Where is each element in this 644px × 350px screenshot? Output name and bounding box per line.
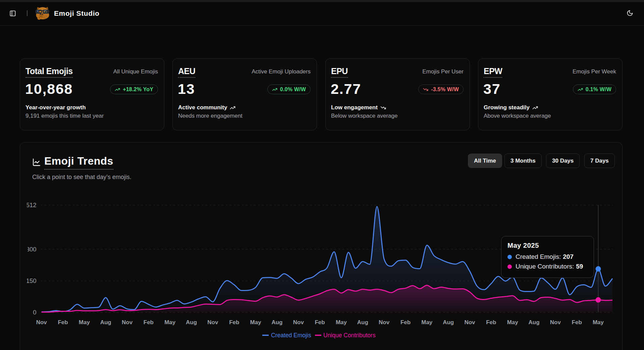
- svg-text:Aug: Aug: [271, 319, 282, 326]
- svg-text:Aug: Aug: [443, 319, 454, 326]
- svg-text:Feb: Feb: [58, 319, 68, 326]
- svg-text:150: 150: [27, 277, 37, 284]
- svg-text:Nov: Nov: [36, 319, 47, 326]
- svg-text:Nov: Nov: [379, 319, 390, 326]
- svg-text:Feb: Feb: [400, 319, 411, 326]
- svg-text:300: 300: [27, 246, 37, 253]
- svg-text:Feb: Feb: [229, 319, 239, 326]
- svg-text:Feb: Feb: [486, 319, 496, 326]
- svg-text:Nov: Nov: [207, 319, 218, 326]
- svg-text:May: May: [593, 319, 604, 326]
- svg-text:0: 0: [33, 309, 36, 316]
- svg-text:Nov: Nov: [550, 319, 561, 326]
- svg-text:May: May: [164, 319, 176, 326]
- svg-text:Feb: Feb: [572, 319, 582, 326]
- svg-text:May: May: [79, 319, 90, 326]
- svg-text:Unique Contributors: Unique Contributors: [323, 332, 376, 339]
- svg-text:Nov: Nov: [293, 319, 304, 326]
- svg-text:Aug: Aug: [186, 319, 197, 326]
- svg-text:May: May: [250, 319, 262, 326]
- svg-text:Nov: Nov: [122, 319, 133, 326]
- svg-text:Aug: Aug: [357, 319, 368, 326]
- svg-text:512: 512: [27, 201, 37, 209]
- svg-text:May: May: [507, 319, 519, 326]
- svg-text:Feb: Feb: [144, 319, 154, 326]
- svg-text:Aug: Aug: [100, 319, 111, 326]
- svg-text:Feb: Feb: [315, 319, 325, 326]
- svg-text:May: May: [421, 319, 433, 326]
- svg-text:Aug: Aug: [528, 319, 539, 326]
- svg-text:May: May: [336, 319, 347, 326]
- svg-text:Nov: Nov: [464, 319, 475, 326]
- svg-text:Created Emojis: Created Emojis: [271, 332, 311, 339]
